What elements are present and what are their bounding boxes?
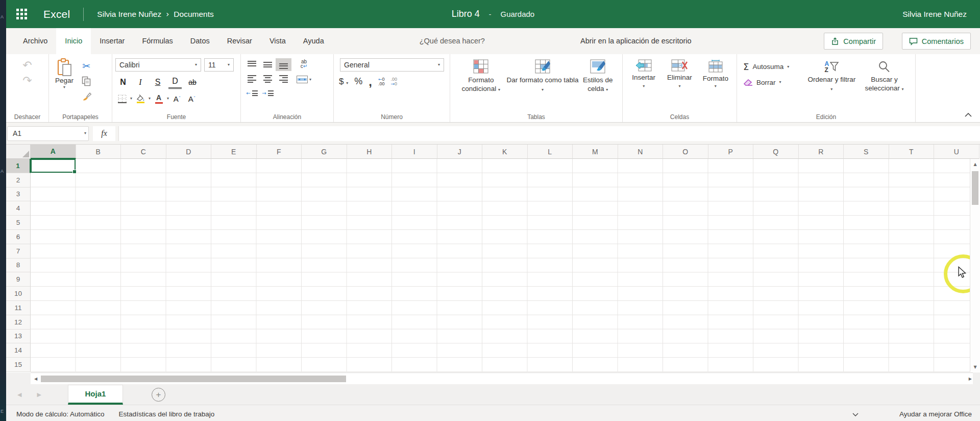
percent-format-icon[interactable]: % bbox=[354, 76, 362, 87]
column-header-r[interactable]: R bbox=[799, 145, 844, 159]
row-header-2[interactable]: 2 bbox=[6, 173, 31, 188]
menu-tab-insertar[interactable]: Insertar bbox=[91, 28, 133, 54]
borders-dropdown-icon[interactable]: ▾ bbox=[130, 97, 132, 101]
strikethrough-button[interactable]: ab bbox=[186, 76, 199, 88]
column-header-p[interactable]: P bbox=[708, 145, 754, 159]
column-header-n[interactable]: N bbox=[618, 145, 664, 159]
share-button[interactable]: Compartir bbox=[824, 33, 883, 50]
row-header-4[interactable]: 4 bbox=[6, 201, 31, 216]
column-header-c[interactable]: C bbox=[121, 145, 166, 159]
wrap-text-icon[interactable]: ab c↵ bbox=[297, 59, 311, 68]
menu-tab-fórmulas[interactable]: Fórmulas bbox=[133, 28, 181, 54]
column-header-f[interactable]: F bbox=[257, 145, 302, 159]
row-header-3[interactable]: 3 bbox=[6, 188, 31, 202]
paste-dropdown-icon[interactable]: ▾ bbox=[63, 85, 65, 89]
increase-indent-icon[interactable]: → bbox=[260, 87, 276, 100]
menu-tab-revisar[interactable]: Revisar bbox=[218, 28, 261, 54]
insert-function-button[interactable]: fx bbox=[93, 126, 115, 141]
row-header-12[interactable]: 12 bbox=[6, 315, 31, 330]
comments-button[interactable]: Comentarios bbox=[902, 33, 971, 50]
column-header-q[interactable]: Q bbox=[753, 145, 799, 159]
column-header-u[interactable]: U bbox=[934, 145, 979, 159]
cut-icon[interactable]: ✂ bbox=[79, 58, 94, 74]
vertical-scroll-thumb[interactable] bbox=[972, 171, 978, 205]
increase-font-icon[interactable]: Aˆ bbox=[170, 92, 184, 105]
borders-icon[interactable] bbox=[115, 92, 129, 105]
column-header-m[interactable]: M bbox=[573, 145, 618, 159]
column-header-t[interactable]: T bbox=[889, 145, 935, 159]
row-header-7[interactable]: 7 bbox=[6, 244, 31, 259]
conditional-formatting-button[interactable]: Formato condicional ▾ bbox=[455, 58, 507, 112]
menu-tab-inicio[interactable]: Inicio bbox=[56, 28, 91, 54]
column-header-l[interactable]: L bbox=[528, 145, 573, 159]
insert-cells-button[interactable]: Insertar ▾ bbox=[626, 58, 662, 112]
column-header-d[interactable]: D bbox=[166, 145, 212, 159]
name-box[interactable]: A1▾ bbox=[7, 126, 89, 141]
sort-filter-button[interactable]: AZ Ordenar y filtrar ▾ bbox=[807, 58, 856, 112]
align-top-icon[interactable] bbox=[244, 58, 260, 71]
improve-office-link[interactable]: Ayudar a mejorar Office bbox=[899, 410, 972, 418]
column-header-a[interactable]: A bbox=[31, 145, 76, 159]
spreadsheet-grid[interactable] bbox=[31, 159, 970, 372]
workbook-statistics[interactable]: Estadísticas del libro de trabajo bbox=[119, 410, 215, 418]
horizontal-scrollbar[interactable]: ◀ ▶ bbox=[31, 372, 973, 384]
align-middle-icon[interactable] bbox=[260, 58, 276, 71]
fill-color-icon[interactable] bbox=[134, 92, 147, 105]
font-color-dropdown-icon[interactable]: ▾ bbox=[167, 97, 169, 101]
breadcrumb[interactable]: Silvia Irene Nuñez › Documents bbox=[97, 10, 213, 19]
row-header-11[interactable]: 11 bbox=[6, 301, 31, 315]
menu-tab-datos[interactable]: Datos bbox=[182, 28, 218, 54]
column-header-g[interactable]: G bbox=[302, 145, 347, 159]
increase-decimal-icon[interactable]: ←0.00 bbox=[378, 77, 385, 86]
column-header-k[interactable]: K bbox=[482, 145, 528, 159]
fill-color-dropdown-icon[interactable]: ▾ bbox=[149, 97, 151, 101]
row-header-5[interactable]: 5 bbox=[6, 216, 31, 230]
scroll-right-icon[interactable]: ▶ bbox=[969, 377, 972, 381]
align-center-icon[interactable] bbox=[260, 73, 276, 85]
previous-sheet-icon[interactable]: ◀ bbox=[17, 391, 21, 398]
account-name[interactable]: Silvia Irene Nuñez bbox=[902, 10, 980, 19]
status-bar-chevron-icon[interactable] bbox=[852, 410, 859, 418]
clear-button[interactable]: Borrar▾ bbox=[743, 78, 807, 86]
scroll-left-icon[interactable]: ◀ bbox=[31, 377, 41, 381]
vertical-scrollbar[interactable]: ▲ ▼ bbox=[970, 159, 980, 372]
column-header-b[interactable]: B bbox=[76, 145, 121, 159]
document-title[interactable]: Libro 4 bbox=[452, 9, 480, 19]
format-as-table-button[interactable]: Dar formato como tabla ▾ bbox=[507, 58, 579, 112]
decrease-indent-icon[interactable]: ← bbox=[244, 87, 260, 100]
font-color-icon[interactable]: A bbox=[152, 92, 165, 105]
column-header-j[interactable]: J bbox=[437, 145, 483, 159]
tell-me-box[interactable]: ¿Qué desea hacer? bbox=[420, 28, 485, 54]
underline-button[interactable]: S bbox=[151, 76, 164, 88]
cell-styles-button[interactable]: Estilos de celda ▾ bbox=[579, 58, 617, 112]
align-left-icon[interactable] bbox=[244, 73, 260, 85]
fill-handle[interactable] bbox=[72, 170, 77, 174]
font-size-select[interactable]: 11▾ bbox=[204, 58, 234, 72]
breadcrumb-user[interactable]: Silvia Irene Nuñez bbox=[97, 10, 161, 19]
merge-center-icon[interactable]: ▾ bbox=[297, 76, 311, 83]
sheet-tab-hoja1[interactable]: Hoja1 bbox=[68, 385, 123, 405]
next-sheet-icon[interactable]: ▶ bbox=[37, 391, 41, 398]
app-launcher-icon[interactable] bbox=[16, 9, 27, 19]
column-header-s[interactable]: S bbox=[844, 145, 889, 159]
add-sheet-icon[interactable]: + bbox=[152, 388, 165, 402]
currency-format-icon[interactable]: $ ▾ bbox=[339, 77, 348, 87]
row-header-8[interactable]: 8 bbox=[6, 259, 31, 273]
horizontal-scroll-thumb[interactable] bbox=[41, 376, 346, 382]
collapse-ribbon-icon[interactable] bbox=[965, 110, 972, 119]
row-header-10[interactable]: 10 bbox=[6, 287, 31, 301]
select-all-corner[interactable] bbox=[6, 145, 31, 159]
selected-cell-a1[interactable] bbox=[31, 159, 76, 173]
format-painter-icon[interactable] bbox=[79, 89, 94, 104]
column-header-h[interactable]: H bbox=[347, 145, 393, 159]
font-name-select[interactable]: Calibri▾ bbox=[115, 58, 201, 72]
align-bottom-icon[interactable] bbox=[276, 58, 291, 71]
column-header-o[interactable]: O bbox=[663, 145, 708, 159]
paste-button[interactable]: Pegar ▾ bbox=[52, 58, 77, 104]
row-header-9[interactable]: 9 bbox=[6, 272, 31, 287]
comma-format-icon[interactable]: , bbox=[369, 79, 372, 85]
column-header-e[interactable]: E bbox=[211, 145, 257, 159]
menu-tab-vista[interactable]: Vista bbox=[261, 28, 295, 54]
scroll-down-icon[interactable]: ▼ bbox=[970, 362, 980, 372]
calc-mode-status[interactable]: Modo de cálculo: Automático bbox=[16, 410, 105, 418]
